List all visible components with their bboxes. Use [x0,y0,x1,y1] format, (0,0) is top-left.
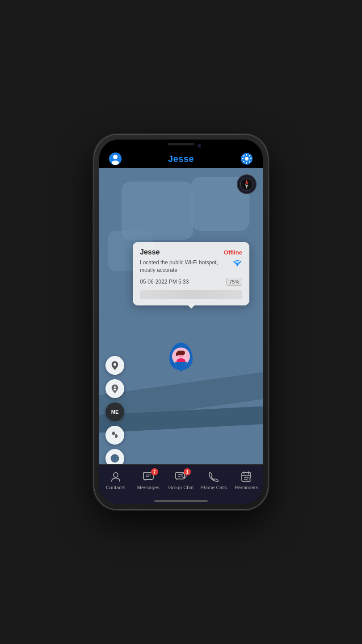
me-button[interactable]: ME [105,402,124,421]
group-chat-tab-label: Group Chat [168,485,194,490]
phone-calls-icon-wrap [206,470,222,483]
svg-point-25 [114,389,116,390]
svg-text:E: E [245,183,248,187]
globe-button[interactable] [105,449,124,464]
tab-bar: Contacts 7 Messages [99,464,263,504]
power-button [268,233,269,268]
popup-datetime: 05-06-2022 PM 5:33 [140,279,189,285]
svg-rect-7 [242,158,244,159]
phone-frame: Jesse [94,134,268,510]
phone-calls-icon [208,471,219,483]
home-indicator [154,500,208,502]
messages-tab-label: Messages [137,485,160,490]
messages-icon-wrap: 7 [140,470,156,483]
volume-down-button [93,264,94,291]
profile-button[interactable] [107,151,123,167]
svg-point-20 [177,358,185,364]
popup-battery: 75% [226,278,242,286]
volume-mute-button [93,206,94,224]
svg-rect-21 [177,351,185,355]
phone-screen: Jesse [99,140,263,504]
reminders-icon-wrap [238,470,254,483]
wifi-icon [232,259,242,270]
location-person-icon [110,384,120,394]
svg-point-23 [114,363,116,366]
location-2-button[interactable] [105,379,124,398]
reminders-icon [240,471,252,483]
front-camera [198,144,201,148]
pin-avatar [172,347,190,365]
footprints-icon [110,430,120,440]
pin-avatar-icon [173,348,189,365]
svg-point-2 [112,161,119,165]
location-pin-icon [110,360,120,370]
svg-point-17 [237,265,238,267]
volume-up-button [93,230,94,257]
tab-reminders[interactable]: Reminders [230,469,263,490]
phone-calls-tab-label: Phone Calls [201,485,227,490]
svg-rect-8 [250,158,252,159]
contacts-tab-label: Contacts [106,485,125,490]
svg-point-35 [114,473,118,477]
svg-point-28 [113,432,114,433]
pin-body [169,343,193,370]
footprints-button[interactable] [105,426,124,445]
tab-group-chat[interactable]: 1 Group Chat [164,469,197,490]
compass-icon: E [240,178,253,191]
popup-contact-name: Jesse [140,248,160,256]
popup-time-row: 05-06-2022 PM 5:33 75% [140,278,242,286]
map-pin[interactable] [169,343,193,370]
page-title: Jesse [168,154,194,164]
tab-messages[interactable]: 7 Messages [132,469,164,490]
popup-header: Jesse Offline [140,248,242,256]
wifi-signal-icon [232,259,242,267]
popup-status: Offline [224,249,242,256]
location-button[interactable] [105,356,124,375]
svg-rect-5 [246,154,247,156]
group-chat-badge: 1 [184,468,191,475]
svg-point-27 [115,434,118,438]
svg-rect-22 [176,352,178,356]
popup-location: Located the public Wi-Fi hotspot, mostly… [140,259,242,274]
compass-button[interactable]: E [237,174,257,194]
speaker [168,143,194,145]
location-popup[interactable]: Jesse Offline Located the public Wi-Fi h… [133,242,249,305]
svg-point-29 [115,435,117,436]
me-label: ME [111,410,119,415]
settings-icon [240,153,253,165]
contacts-icon [110,471,122,483]
svg-rect-6 [246,162,247,164]
map-side-controls: ME [105,356,124,464]
svg-point-1 [113,155,118,159]
svg-point-4 [245,157,248,161]
settings-button[interactable] [239,151,255,167]
svg-point-24 [114,386,116,388]
reminders-tab-label: Reminders [235,485,258,490]
tab-phone-calls[interactable]: Phone Calls [198,469,230,490]
notch [152,140,210,152]
group-chat-icon-wrap: 1 [173,470,189,483]
map-view[interactable]: E Jesse Offline Located the public Wi-Fi… [99,168,263,464]
tab-contacts[interactable]: Contacts [99,469,132,490]
svg-point-26 [112,432,115,435]
contacts-icon-wrap [108,470,124,483]
messages-badge: 7 [151,468,158,475]
popup-blurred-address [140,290,242,299]
profile-icon [109,152,122,165]
globe-icon [110,453,120,463]
